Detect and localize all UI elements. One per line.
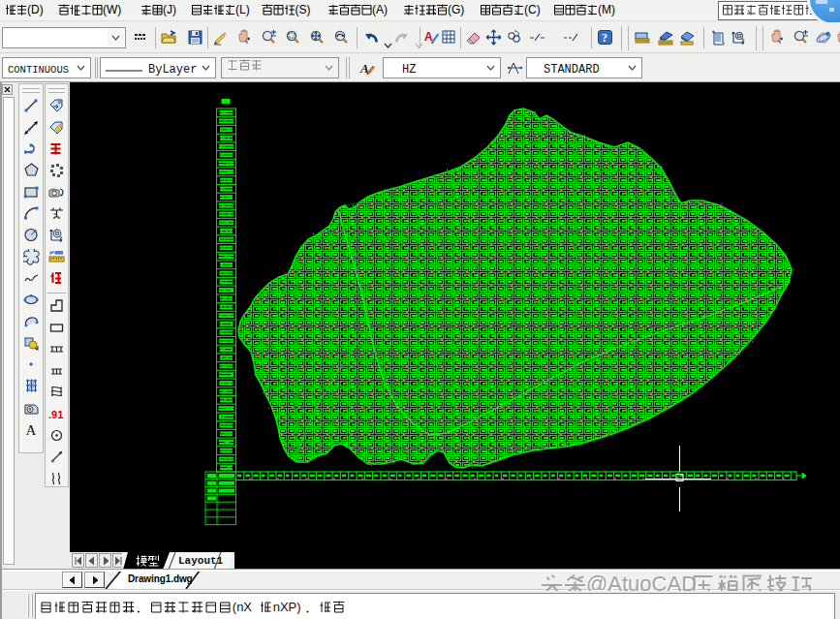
svg-text:A: A <box>424 30 433 44</box>
svg-text:(J): (J) <box>163 3 176 16</box>
svg-text:A: A <box>25 422 36 438</box>
svg-text:(L): (L) <box>235 3 250 16</box>
svg-text:(nX: (nX <box>233 600 253 614</box>
svg-text:.91: .91 <box>48 409 63 420</box>
svg-text:(C): (C) <box>524 3 541 16</box>
svg-text:nXP): nXP) <box>273 600 301 614</box>
svg-text:(G): (G) <box>448 3 464 16</box>
svg-text:?: ? <box>602 31 607 45</box>
svg-text:(S): (S) <box>296 3 311 16</box>
svg-text:(D): (D) <box>27 3 44 16</box>
svg-text:(M): (M) <box>598 3 615 16</box>
svg-text:(W): (W) <box>103 3 121 16</box>
svg-text:(A): (A) <box>372 3 388 16</box>
